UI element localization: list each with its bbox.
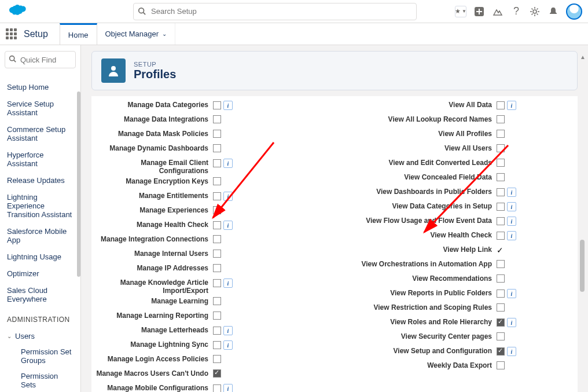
- perm-controls: i: [213, 326, 233, 335]
- perm-controls: [213, 115, 221, 123]
- perm-label: View Data Categories in Setup: [323, 202, 497, 210]
- perm-checkbox[interactable]: [497, 260, 505, 268]
- perm-checkbox[interactable]: [497, 303, 505, 312]
- app-launcher-icon[interactable]: [6, 28, 17, 39]
- help-icon[interactable]: ?: [510, 6, 522, 17]
- perm-checkbox[interactable]: [213, 355, 221, 363]
- sidebar-link-hyperforce-assistant[interactable]: Hyperforce Assistant: [5, 146, 76, 172]
- info-icon[interactable]: i: [507, 188, 516, 197]
- perm-label: Manage Integration Connections: [91, 235, 213, 243]
- perm-checkbox[interactable]: [213, 206, 221, 214]
- perm-row: Manage Internal Users: [91, 248, 288, 263]
- sidebar-link-salesforce-mobile-app[interactable]: Salesforce Mobile App: [5, 223, 76, 248]
- permissions-panel: Manage Data CategoriesiManage Data Integ…: [91, 96, 578, 392]
- perm-label: Manage Dynamic Dashboards: [91, 144, 213, 152]
- breadcrumb: SETUP: [134, 61, 176, 68]
- add-button[interactable]: [473, 6, 485, 17]
- perm-checkbox[interactable]: [213, 312, 221, 320]
- perm-checkbox[interactable]: [497, 290, 505, 298]
- sidebar-item-permission-sets[interactable]: Permission Sets: [5, 368, 76, 392]
- avatar[interactable]: [566, 3, 582, 20]
- info-icon[interactable]: i: [223, 279, 233, 288]
- perm-checkbox[interactable]: [497, 274, 505, 283]
- nav-tab-object-manager[interactable]: Object Manager⌄: [97, 23, 176, 45]
- sidebar-link-lightning-usage[interactable]: Lightning Usage: [5, 248, 76, 265]
- sidebar-item-permission-set-groups[interactable]: Permission Set Groups: [5, 344, 76, 368]
- info-icon[interactable]: i: [507, 318, 516, 327]
- perm-checkbox[interactable]: [497, 361, 505, 369]
- perm-checkbox[interactable]: [497, 232, 505, 240]
- info-icon[interactable]: i: [223, 384, 233, 392]
- perm-checkbox[interactable]: [497, 173, 505, 181]
- salesforce-logo: [6, 2, 29, 20]
- sidebar-link-release-updates[interactable]: Release Updates: [5, 172, 76, 189]
- perm-checkbox[interactable]: [497, 347, 505, 356]
- perm-checkbox[interactable]: [213, 327, 221, 335]
- scroll-up-icon[interactable]: ▲: [580, 54, 585, 60]
- perm-label: View Flow Usage and Flow Event Data: [323, 217, 497, 225]
- gear-icon[interactable]: [529, 6, 541, 17]
- perm-checkbox[interactable]: [213, 279, 221, 287]
- info-icon[interactable]: i: [507, 101, 516, 110]
- info-icon[interactable]: i: [223, 192, 233, 201]
- info-icon[interactable]: i: [507, 202, 516, 211]
- perm-checkbox[interactable]: [497, 217, 505, 225]
- sidebar-link-commerce-setup-assistant[interactable]: Commerce Setup Assistant: [5, 121, 76, 146]
- perm-checkbox[interactable]: [213, 384, 221, 392]
- trailhead-icon[interactable]: [492, 6, 504, 17]
- perm-checkbox[interactable]: [213, 341, 221, 349]
- perm-checkbox[interactable]: [497, 115, 505, 123]
- info-icon[interactable]: i: [223, 326, 233, 335]
- perm-checkbox[interactable]: [213, 159, 221, 167]
- perm-checkbox[interactable]: [213, 115, 221, 123]
- perm-checkbox[interactable]: [497, 332, 505, 340]
- sidebar-scrollbar[interactable]: [77, 91, 80, 277]
- perm-checkbox[interactable]: [213, 297, 221, 305]
- perm-checkbox[interactable]: [213, 144, 221, 152]
- info-icon[interactable]: i: [223, 340, 233, 350]
- perm-checkbox[interactable]: [213, 177, 221, 185]
- perm-checkbox[interactable]: [213, 101, 221, 109]
- info-icon[interactable]: i: [507, 231, 516, 240]
- perm-checkbox[interactable]: [497, 188, 505, 196]
- sidebar-link-setup-home[interactable]: Setup Home: [5, 79, 76, 96]
- perm-checkbox[interactable]: [497, 101, 505, 109]
- perm-checkbox[interactable]: [497, 144, 505, 152]
- perm-label: View Orchestrations in Automation App: [323, 260, 497, 268]
- bell-icon[interactable]: [547, 6, 559, 17]
- setup-label: Setup: [24, 29, 48, 39]
- info-icon[interactable]: i: [507, 347, 516, 356]
- sidebar-link-optimizer[interactable]: Optimizer: [5, 265, 76, 282]
- perm-checkbox[interactable]: [213, 264, 221, 272]
- favorites-button[interactable]: ★▼: [455, 6, 466, 17]
- perm-checkbox[interactable]: [213, 235, 221, 243]
- quick-find: [5, 51, 76, 68]
- perm-checkbox[interactable]: [497, 246, 505, 254]
- perm-controls: [497, 260, 505, 268]
- perm-checkbox[interactable]: [497, 159, 505, 167]
- global-search: [133, 3, 417, 20]
- search-input[interactable]: [133, 3, 417, 20]
- perm-checkbox[interactable]: [213, 221, 221, 229]
- page-title: Profiles: [134, 68, 176, 81]
- perm-checkbox[interactable]: [213, 192, 221, 200]
- info-icon[interactable]: i: [223, 221, 233, 230]
- info-icon[interactable]: i: [223, 101, 233, 110]
- info-icon[interactable]: i: [223, 159, 233, 168]
- perm-checkbox[interactable]: [497, 318, 505, 327]
- nav-tab-home[interactable]: Home: [60, 23, 97, 45]
- info-icon[interactable]: i: [507, 289, 516, 298]
- sidebar-link-service-setup-assistant[interactable]: Service Setup Assistant: [5, 96, 76, 121]
- sidebar-link-lightning-experience-transition-assistant[interactable]: Lightning Experience Transition Assistan…: [5, 189, 76, 223]
- perm-checkbox[interactable]: [497, 203, 505, 211]
- perm-checkbox[interactable]: [497, 130, 505, 138]
- sidebar-group-users[interactable]: ⌄ Users: [5, 328, 76, 344]
- scroll-thumb[interactable]: [580, 240, 585, 292]
- perm-row: Manage Data Categoriesi: [91, 100, 288, 114]
- content-scrollbar[interactable]: ▲: [580, 54, 585, 383]
- sidebar-link-sales-cloud-everywhere[interactable]: Sales Cloud Everywhere: [5, 282, 76, 307]
- perm-checkbox[interactable]: [213, 250, 221, 258]
- perm-checkbox[interactable]: [213, 369, 221, 378]
- info-icon[interactable]: i: [507, 217, 516, 226]
- perm-checkbox[interactable]: [213, 130, 221, 138]
